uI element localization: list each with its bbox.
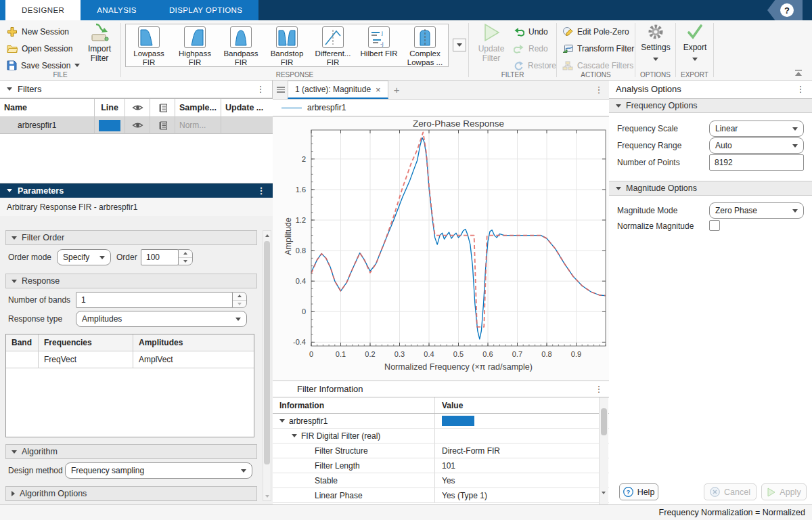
- number-of-points-input[interactable]: 8192: [709, 154, 804, 171]
- gallery-item-lowpass-fir[interactable]: LowpassFIR: [126, 24, 172, 66]
- order-spinner[interactable]: [178, 249, 193, 265]
- frequencies-column-header[interactable]: Frequencies: [39, 334, 133, 351]
- settings-dropdown-icon[interactable]: [653, 58, 658, 61]
- gallery-dropdown-button[interactable]: [453, 39, 466, 51]
- info-cell: Linear Phase: [273, 488, 435, 502]
- gallery-item-hilbert-fir[interactable]: j-j Hilbert FIR: [356, 24, 402, 66]
- filter-row-arbrespfir1[interactable]: arbrespfir1 Norm...: [0, 117, 273, 134]
- zero-phase-response-plot[interactable]: Zero-Phase Response Amplitude 00.10.20.3…: [273, 116, 609, 381]
- filters-collapse-icon[interactable]: [7, 87, 12, 91]
- filter-order-section-header[interactable]: Filter Order: [5, 230, 257, 245]
- tab-display-options[interactable]: DISPLAY OPTIONS: [153, 0, 258, 20]
- normalize-magnitude-checkbox[interactable]: [709, 220, 720, 231]
- number-of-bands-spinner[interactable]: [232, 292, 247, 308]
- frequency-options-section-header[interactable]: Frequency Options: [609, 98, 812, 113]
- parameters-kebab-menu-icon[interactable]: ⋮: [256, 186, 266, 196]
- close-tab-icon[interactable]: ×: [376, 85, 381, 95]
- magnitude-mode-select[interactable]: Zero Phase: [709, 202, 804, 219]
- display-list-icon[interactable]: [277, 87, 285, 93]
- new-session-button[interactable]: New Session: [0, 23, 80, 40]
- row-collapse-icon[interactable]: [279, 419, 285, 422]
- update-filter-button[interactable]: Update Filter: [473, 23, 510, 63]
- gallery-item-highpass-fir[interactable]: HighpassFIR: [172, 24, 218, 66]
- algorithm-options-section-header[interactable]: Algorithm Options: [5, 486, 257, 501]
- amplitudes-cell[interactable]: AmplVect: [133, 351, 254, 368]
- column-header-annotation[interactable]: [150, 99, 175, 117]
- gallery-item-bandstop-fir[interactable]: BandstopFIR: [264, 24, 310, 66]
- redo-button[interactable]: Redo: [511, 40, 556, 57]
- filter-info-scrollbar[interactable]: [599, 397, 608, 505]
- gallery-item-differentiator-fir[interactable]: Different...FIR: [310, 24, 356, 66]
- filter-color-swatch[interactable]: [442, 416, 474, 426]
- parameters-scrollbar[interactable]: [263, 230, 271, 501]
- algorithm-section-header[interactable]: Algorithm: [5, 444, 257, 459]
- filter-update-cell[interactable]: [221, 117, 273, 134]
- undo-button[interactable]: Undo: [511, 23, 556, 40]
- edit-pole-zero-button[interactable]: Edit Pole-Zero: [558, 23, 634, 40]
- apply-button[interactable]: Apply: [761, 483, 807, 500]
- column-header-line[interactable]: Line: [95, 99, 125, 117]
- scroll-up-icon[interactable]: [265, 234, 269, 237]
- frequencies-cell[interactable]: FreqVect: [39, 351, 133, 368]
- order-mode-select[interactable]: Specify: [57, 249, 111, 265]
- response-type-select[interactable]: Amplitudes: [76, 311, 247, 327]
- open-session-button[interactable]: Open Session: [0, 40, 80, 57]
- info-column-header[interactable]: Information: [273, 397, 435, 413]
- filter-info-row[interactable]: Stable Yes: [273, 473, 609, 488]
- frequency-scale-select[interactable]: Linear: [709, 121, 804, 137]
- help-button[interactable]: ? Help: [619, 483, 658, 500]
- filter-name-cell[interactable]: arbrespfir1: [0, 117, 95, 134]
- filter-info-row[interactable]: Filter Structure Direct-Form FIR: [273, 443, 609, 458]
- gallery-item-bandpass-fir[interactable]: BandpassFIR: [218, 24, 264, 66]
- number-of-bands-input[interactable]: 1: [76, 292, 233, 308]
- transform-filter-button[interactable]: Transform Filter: [558, 40, 634, 57]
- scrollbar-thumb[interactable]: [264, 241, 270, 464]
- row-collapse-icon[interactable]: [292, 434, 297, 437]
- response-section-header[interactable]: Response: [5, 274, 257, 288]
- filter-sample-cell[interactable]: Norm...: [175, 117, 221, 134]
- plot-canvas[interactable]: 00.10.20.30.40.50.60.70.80.9-0.400.40.81…: [273, 116, 609, 381]
- scroll-down-icon[interactable]: [265, 495, 269, 498]
- tab-designer[interactable]: DESIGNER: [5, 0, 81, 20]
- export-dropdown-icon[interactable]: [692, 58, 698, 61]
- column-header-visibility[interactable]: [125, 99, 150, 117]
- amplitudes-column-header[interactable]: Amplitudes: [133, 334, 254, 351]
- magnitude-options-section-header[interactable]: Magnitude Options: [609, 181, 812, 196]
- parameters-collapse-icon[interactable]: [7, 189, 12, 192]
- settings-button[interactable]: Settings: [637, 23, 674, 63]
- frequency-range-select[interactable]: Auto: [709, 137, 804, 154]
- filter-info-row[interactable]: arbrespfir1: [273, 414, 609, 429]
- new-tab-button[interactable]: +: [394, 84, 400, 95]
- column-header-name[interactable]: Name: [0, 99, 95, 117]
- display-kebab-menu-icon[interactable]: ⋮: [594, 85, 604, 95]
- analysis-options-kebab-menu-icon[interactable]: ⋮: [796, 84, 805, 94]
- help-button-titlebar[interactable]: ?: [767, 0, 803, 20]
- settings-label: Settings: [637, 43, 674, 52]
- design-method-select[interactable]: Frequency sampling: [65, 462, 252, 479]
- band-column-header[interactable]: Band: [6, 334, 39, 351]
- tab-analysis[interactable]: ANALYSIS: [81, 0, 153, 20]
- scroll-down-icon[interactable]: [602, 492, 606, 504]
- filter-annotation-cell[interactable]: [150, 117, 175, 134]
- scrollbar-thumb[interactable]: [601, 408, 607, 435]
- filter-info-row[interactable]: Linear Phase Yes (Type 1): [273, 488, 609, 503]
- band-cell[interactable]: [6, 351, 39, 368]
- gallery-item-complex-lowpass[interactable]: ComplexLowpas ...: [402, 24, 448, 66]
- cancel-button[interactable]: Cancel: [704, 483, 757, 500]
- import-filter-button[interactable]: Import Filter: [81, 23, 118, 63]
- filters-kebab-menu-icon[interactable]: ⋮: [256, 84, 265, 94]
- filter-info-kebab-menu-icon[interactable]: ⋮: [594, 384, 604, 394]
- save-session-dropdown-icon[interactable]: [74, 64, 80, 67]
- value-column-header[interactable]: Value: [435, 397, 609, 413]
- export-button[interactable]: Export: [677, 23, 713, 63]
- line-color-swatch[interactable]: [99, 120, 120, 131]
- column-header-sample[interactable]: Sample...: [175, 99, 221, 117]
- filter-line-cell[interactable]: [95, 117, 125, 134]
- order-input[interactable]: 100: [141, 249, 179, 265]
- collapse-ribbon-button[interactable]: [793, 69, 804, 77]
- display-tab-magnitude[interactable]: 1 (active): Magnitude ×: [288, 81, 388, 99]
- filter-info-row[interactable]: FIR Digital Filter (real): [273, 429, 609, 443]
- filter-info-row[interactable]: Filter Length 101: [273, 458, 609, 473]
- column-header-update[interactable]: Update ...: [221, 99, 273, 117]
- filter-visibility-cell[interactable]: [125, 117, 150, 134]
